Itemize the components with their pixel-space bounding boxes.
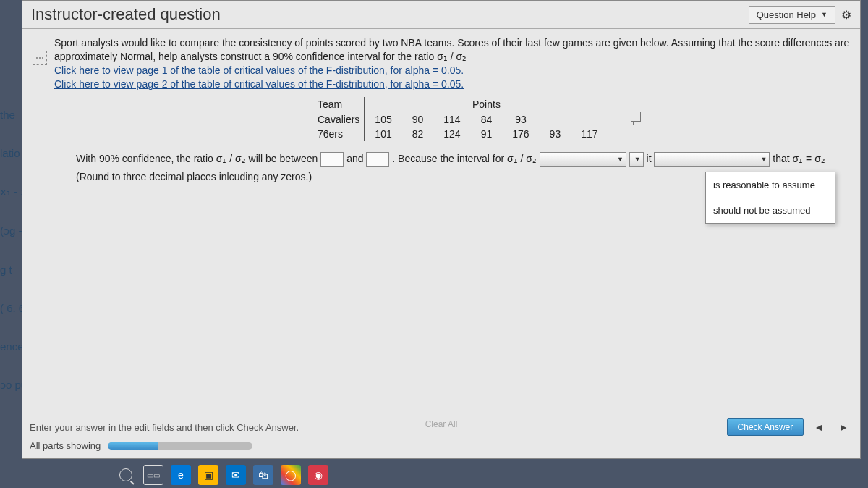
- conclusion-dropdown[interactable]: ▼: [654, 152, 770, 167]
- question-content: ⋯ Sport analysts would like to compare t…: [22, 29, 860, 193]
- next-arrow-icon[interactable]: ►: [834, 420, 853, 434]
- option-reasonable[interactable]: is reasonable to assume: [706, 172, 835, 198]
- panel-footer: Clear All Enter your answer in the edit …: [30, 418, 853, 451]
- edge-icon[interactable]: e: [171, 465, 191, 485]
- link-fdist-page2[interactable]: Click here to view page 2 of the table o…: [54, 77, 464, 91]
- store-icon[interactable]: 🛍: [253, 465, 273, 485]
- link-fdist-page1[interactable]: Click here to view page 1 of the table o…: [54, 64, 464, 77]
- table-row: 76ers 101 82 124 91 176 93 117: [307, 127, 655, 141]
- prev-arrow-icon[interactable]: ◄: [809, 420, 828, 434]
- col-points: Points: [365, 97, 608, 112]
- table-row: Cavaliers 105 90 114 84 93: [307, 112, 655, 127]
- chevron-down-icon: ▼: [761, 153, 767, 165]
- chevron-down-icon: ▼: [634, 153, 641, 165]
- progress-fill: [108, 442, 158, 450]
- task-view-icon[interactable]: ▭▭: [143, 465, 163, 485]
- search-icon[interactable]: [116, 465, 136, 485]
- check-answer-button[interactable]: Check Answer: [727, 418, 804, 436]
- lower-bound-input[interactable]: [320, 152, 344, 167]
- info-icon: ⋯: [33, 51, 47, 65]
- app-icon[interactable]: ◉: [308, 465, 328, 485]
- parts-showing-label: All parts showing: [30, 440, 101, 451]
- footer-instruction: Enter your answer in the edit fields and…: [30, 422, 299, 433]
- panel-header: Instructor-created question Question Hel…: [22, 1, 860, 29]
- round-note: (Round to three decimal places inlcuding…: [76, 171, 312, 182]
- chrome-icon[interactable]: ◯: [281, 465, 301, 485]
- chevron-down-icon: ▼: [617, 153, 624, 165]
- progress-bar: [108, 442, 252, 450]
- interval-dropdown[interactable]: ▼: [540, 152, 626, 167]
- answer-area: With 90% confidence, the ratio σ₁ / σ₂ w…: [33, 150, 850, 186]
- mail-icon[interactable]: ✉: [226, 465, 246, 485]
- points-table: Team Points Cavaliers 105 90 114 84 93 7…: [307, 97, 655, 141]
- question-help-button[interactable]: Question Help ▼: [749, 6, 835, 24]
- option-not-assumed[interactable]: should not be assumed: [706, 198, 835, 223]
- gear-icon[interactable]: ⚙: [841, 8, 851, 22]
- copy-icon[interactable]: [633, 114, 644, 125]
- chevron-down-icon: ▼: [821, 11, 827, 18]
- clear-all-button[interactable]: Clear All: [425, 419, 458, 429]
- prompt-intro: Sport analysts would like to compare the…: [54, 36, 850, 64]
- file-explorer-icon[interactable]: ▣: [198, 465, 218, 485]
- col-team: Team: [307, 97, 365, 112]
- upper-bound-input[interactable]: [366, 152, 389, 167]
- dropdown-options-popup: is reasonable to assume should not be as…: [705, 172, 835, 224]
- it-dropdown[interactable]: ▼: [629, 152, 644, 167]
- panel-title: Instructor-created question: [31, 5, 221, 24]
- windows-taskbar: ▭▭ e ▣ ✉ 🛍 ◯ ◉: [43, 462, 401, 488]
- question-panel: Instructor-created question Question Hel…: [22, 0, 861, 459]
